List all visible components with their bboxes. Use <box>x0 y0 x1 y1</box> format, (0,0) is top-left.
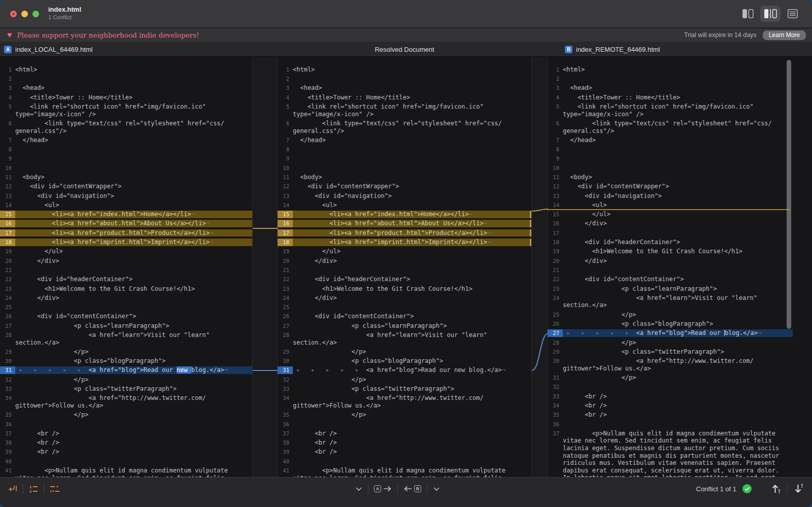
code-line[interactable]: 5 <link rel="shortcut icon" href="img/fa… <box>278 102 531 119</box>
code-line[interactable]: 26 <div id="contentContainer"> <box>278 312 531 321</box>
code-line[interactable]: 18 <li><a href="imprint.html">Imprint</a… <box>0 238 252 247</box>
code-line[interactable]: 28 <a href="learn">Visit our "learn" sec… <box>0 330 252 347</box>
code-line[interactable]: 25 </p> <box>548 310 793 319</box>
code-line[interactable]: 38 <br /> <box>0 438 252 447</box>
code-line[interactable]: 15 </ul> <box>548 210 793 219</box>
code-line[interactable]: 7 </head> <box>278 136 531 145</box>
code-line[interactable]: 7 </head> <box>548 136 793 145</box>
code-line[interactable]: 18 <div id="headerContainer"> <box>548 238 793 247</box>
code-line[interactable]: 39 <br /> <box>0 448 252 457</box>
code-line[interactable]: 27 <p class="learnParagraph"> <box>0 321 252 330</box>
code-line[interactable]: 13 <div id="navigation"> <box>548 191 793 200</box>
code-line[interactable]: 6 <link type="text/css" rel="stylesheet"… <box>278 119 531 136</box>
code-line[interactable]: 36 <box>548 420 793 429</box>
code-line[interactable]: 11 <body> <box>278 173 531 182</box>
code-line[interactable]: 8 <box>0 145 252 154</box>
code-line[interactable]: 4 <title>Tower :: Home</title> <box>548 93 793 102</box>
code-line[interactable]: 8 <box>278 145 531 154</box>
code-line[interactable]: 22 <div id="contentContainer"> <box>548 275 793 284</box>
code-line[interactable]: 23 <h1>Welcome to the Git Crash Course!<… <box>278 284 531 293</box>
code-line[interactable]: 19 </ul> <box>278 247 531 256</box>
code-line[interactable]: 9 <box>0 154 252 163</box>
code-line[interactable]: 25 <box>0 302 252 312</box>
code-line[interactable]: 32 </p> <box>0 375 252 384</box>
code-line[interactable]: 31 </p> <box>548 373 793 382</box>
code-line[interactable]: 6 <link type="text/css" rel="stylesheet"… <box>548 119 793 136</box>
code-line[interactable]: 23 <h1>Welcome to the Git Crash Course!<… <box>0 284 252 293</box>
two-pane-view-button[interactable] <box>738 6 758 22</box>
code-line[interactable]: 34 <br /> <box>548 401 793 410</box>
merge-view-button[interactable] <box>760 6 781 22</box>
code-line[interactable]: 28 <a href="learn">Visit our "learn" sec… <box>278 330 531 347</box>
document-list-view-button[interactable] <box>783 6 803 22</box>
code-line[interactable]: 35 </p> <box>278 410 531 419</box>
close-button[interactable] <box>10 11 17 17</box>
code-line[interactable]: 10 <box>278 163 531 173</box>
code-line[interactable]: 35 <br /> <box>548 410 793 419</box>
code-line[interactable]: 17 <li><a href="product.html">Product</a… <box>278 228 531 238</box>
code-line[interactable]: 24 </div> <box>278 293 531 302</box>
pane-remote[interactable]: 1<html>2 3 <head>4 <title>Tower :: Home<… <box>548 57 793 477</box>
code-line[interactable]: 6 <link type="text/css" rel="stylesheet"… <box>0 119 252 136</box>
code-line[interactable]: 34 <a href="http://www.twitter.com/ gitt… <box>278 394 531 411</box>
code-line[interactable]: 11 <body> <box>548 173 793 182</box>
code-line[interactable]: 1<html> <box>278 65 531 74</box>
code-line[interactable]: 10 <box>548 163 793 173</box>
code-line[interactable]: 33 <p class="twitterParagraph"> <box>0 384 252 393</box>
scrollbar-thumb[interactable] <box>787 60 791 329</box>
take-a-button[interactable]: A <box>374 485 392 492</box>
code-line[interactable]: 16 <li><a href="about.html">About Us</a>… <box>0 219 252 228</box>
zoom-button[interactable] <box>32 11 39 17</box>
code-line[interactable]: 1<html> <box>0 65 252 74</box>
code-line[interactable]: 13 <div id="navigation"> <box>0 191 252 200</box>
code-line[interactable]: 21 <box>278 265 531 275</box>
code-line[interactable]: 14 <ul> <box>548 200 793 210</box>
code-line[interactable]: 33 <p class="twitterParagraph"> <box>278 384 531 393</box>
collapse-chevron-right-icon[interactable] <box>433 487 440 491</box>
code-line[interactable]: 40 <box>278 457 531 466</box>
code-line[interactable]: 41 <p>Nullam quis elit id magna condimen… <box>0 466 252 477</box>
learn-more-button[interactable]: Learn More <box>763 30 806 40</box>
code-line[interactable]: 19 <h1>Welcome to the Git Crash Course!<… <box>548 247 793 256</box>
line-wrap-toggle-icon[interactable] <box>7 484 18 494</box>
code-line[interactable]: 36 <box>278 420 531 429</box>
line-numbers-toggle-icon[interactable]: 1 2 <box>28 484 39 494</box>
code-line[interactable]: 20 </div> <box>548 256 793 265</box>
code-line[interactable]: 17 <box>548 228 793 238</box>
code-line[interactable]: 17 <li><a href="product.html">Product</a… <box>0 228 252 238</box>
code-line[interactable]: 23 <p class="learnParagraph"> <box>548 284 793 293</box>
code-line[interactable]: 5 <link rel="shortcut icon" href="img/fa… <box>0 102 252 119</box>
changes-list-toggle-icon[interactable] <box>49 484 61 494</box>
code-line[interactable]: 39 <br /> <box>278 448 531 457</box>
code-line[interactable]: 29 </p> <box>278 347 531 356</box>
previous-conflict-button[interactable]: ! <box>771 483 781 494</box>
code-line[interactable]: 26 <p class="blogParagraph"> <box>548 319 793 328</box>
code-line[interactable]: 29 <p class="twitterParagraph"> <box>548 347 793 356</box>
code-line[interactable]: 8 <box>548 145 793 154</box>
code-line[interactable]: 3 <head> <box>548 84 793 93</box>
pane-local[interactable]: 1<html>2 3 <head>4 <title>Tower :: Home<… <box>0 57 252 477</box>
code-line[interactable]: 25 <box>278 302 531 312</box>
code-line[interactable]: 15 <li><a href="index.html">Home</a></li… <box>278 210 531 219</box>
code-line[interactable]: 18 <li><a href="imprint.html">Imprint</a… <box>278 238 531 247</box>
code-line[interactable]: 12 <div id="contentWrapper"> <box>548 182 793 191</box>
code-line[interactable]: 11 <body> <box>0 173 252 182</box>
code-line[interactable]: 36 <box>0 420 252 429</box>
code-line[interactable]: 1<html> <box>548 65 793 74</box>
code-line[interactable]: 38 <br /> <box>278 438 531 447</box>
code-line[interactable]: 4 <title>Tower :: Home</title> <box>278 93 531 102</box>
code-line[interactable]: 14 <ul> <box>0 200 252 210</box>
code-line[interactable]: 33 <br /> <box>548 392 793 401</box>
code-line[interactable]: 32 </p> <box>278 375 531 384</box>
minimize-button[interactable] <box>21 11 28 17</box>
code-line[interactable]: 9 <box>548 154 793 163</box>
code-line[interactable]: 2 <box>278 74 531 83</box>
code-line[interactable]: 15 <li><a href="index.html">Home</a></li… <box>0 210 252 219</box>
code-line[interactable]: 16 </div> <box>548 219 793 228</box>
code-line[interactable]: 22 <div id="headerContainer"> <box>278 275 531 284</box>
code-line[interactable]: 13 <div id="navigation"> <box>278 191 531 200</box>
code-line[interactable]: 32 <box>548 383 793 392</box>
code-line[interactable]: 34 <a href="http://www.twitter.com/ gitt… <box>0 394 252 411</box>
code-line[interactable]: 28 </p> <box>548 338 793 347</box>
code-line[interactable]: 19 </ul> <box>0 247 252 256</box>
